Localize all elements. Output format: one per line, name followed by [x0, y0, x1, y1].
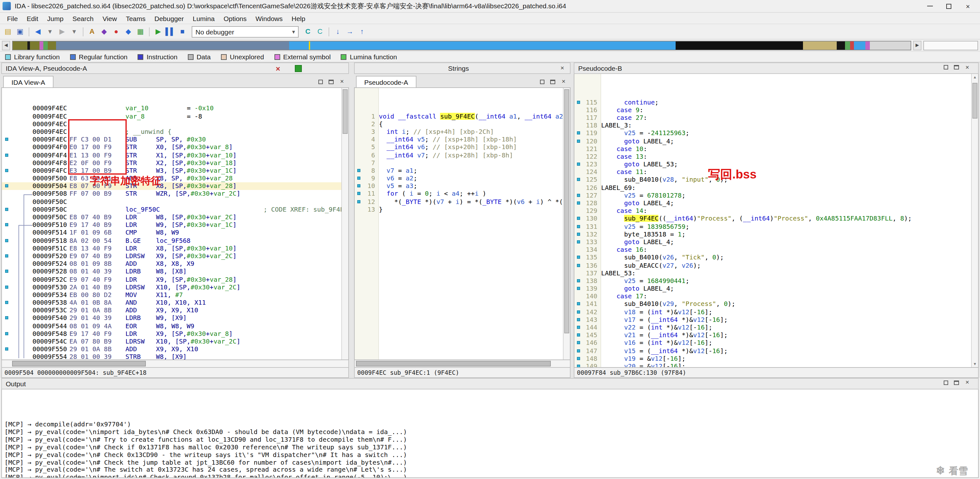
scrollbar-thumb[interactable]: [972, 83, 977, 118]
pseudocode-line[interactable]: 129 case 14:: [574, 207, 978, 215]
disasm-row[interactable]: 00009F50C: [2, 198, 348, 206]
dock-title-strings[interactable]: Strings ×: [354, 62, 571, 74]
pseudocode-line[interactable]: 136 sub_AEACC(v27, v26);: [574, 262, 978, 269]
pseudocode-b-vertical-scrollbar[interactable]: ▲ ▼: [971, 74, 978, 367]
dock-float-icon[interactable]: [327, 78, 335, 85]
pseudocode-line[interactable]: 131 v25 = 1839856759;: [574, 223, 978, 230]
breakpoint-icon[interactable]: ●: [111, 26, 122, 37]
pseudocode-line[interactable]: 145 v21 = (__int64 *)&v12[-16];: [574, 331, 978, 339]
disassembly-listing[interactable]: 00009F4ECvar_10 = -0x1000009F4ECvar_8 = …: [1, 88, 349, 360]
save-icon[interactable]: ▣: [14, 26, 25, 37]
scroll-up-icon[interactable]: ▲: [972, 74, 978, 80]
disasm-row[interactable]: 00009F500E8 63 00 91ADDX8, SP, #0x30+var…: [2, 175, 348, 182]
navband-scroll-left-icon[interactable]: ◀: [2, 40, 10, 50]
pseudocode-line[interactable]: 2{: [355, 120, 570, 128]
disasm-row[interactable]: 00009F4EC: [2, 120, 348, 128]
menu-item[interactable]: Lumina: [188, 14, 219, 22]
disasm-row[interactable]: 00009F5384A 01 0B 8AANDX10, X10, X11: [2, 299, 348, 307]
disasm-row[interactable]: 00009F548E9 17 40 F9LDRX9, [SP,#0x30+var…: [2, 330, 348, 338]
disasm-row[interactable]: 00009F50Cloc_9F50C ; CODE XREF: sub_9F4E…: [2, 206, 348, 214]
disasm-row[interactable]: 00009F534EB 00 80 D2MOVX11, #7: [2, 291, 348, 299]
pseudocode-line[interactable]: 119 v25 = -241125963;: [574, 130, 978, 137]
pseudocode-line[interactable]: 132 byte_183518 = 1;: [574, 231, 978, 238]
pseudocode-line[interactable]: 146 v16 = (int *)&v12[-16];: [574, 339, 978, 347]
disasm-row[interactable]: 00009F5188A 02 00 54B.GEloc_9F568: [2, 237, 348, 244]
disasm-row[interactable]: 00009F4EC; __unwind {: [2, 128, 348, 136]
disasm-row[interactable]: 00009F520E9 07 40 B9LDRSWX9, [SP,#0x30+v…: [2, 252, 348, 260]
pseudocode-line[interactable]: 121 case 10:: [574, 145, 978, 153]
disassembly-vertical-scrollbar[interactable]: [341, 88, 348, 359]
bookmark-icon[interactable]: ◆: [123, 26, 134, 37]
disasm-row[interactable]: 00009F53C29 01 0A 8BADDX9, X9, X10: [2, 307, 348, 315]
dock-close-icon[interactable]: ×: [558, 64, 566, 72]
pseudocode-line[interactable]: 140 case 17:: [574, 293, 978, 300]
scroll-down-icon[interactable]: ▼: [972, 361, 978, 367]
pseudocode-line[interactable]: 4 __int64 v5; // [xsp+18h] [xbp-18h]: [355, 136, 570, 144]
dock-close-icon[interactable]: ×: [963, 378, 971, 386]
pseudocode-line[interactable]: 115 continue;: [574, 99, 978, 106]
dock-float-icon[interactable]: [953, 378, 960, 386]
menu-item[interactable]: Jump: [43, 14, 68, 22]
menu-item[interactable]: File: [3, 14, 22, 22]
pseudocode-a-view[interactable]: 1void __fastcall sub_9F4EC(__int64 a1, _…: [354, 88, 571, 360]
dock-close-icon[interactable]: ×: [963, 64, 971, 71]
pseudocode-line[interactable]: 12 *(_BYTE *)(v7 + i) = *(_BYTE *)(v6 + …: [355, 198, 570, 206]
strings-window-icon[interactable]: A: [87, 26, 97, 37]
disasm-row[interactable]: 00009F4ECvar_8 = -8: [2, 112, 348, 120]
disasm-row[interactable]: 00009F52408 01 09 8BADDX8, X8, X9: [2, 260, 348, 268]
disasm-row[interactable]: 00009F4ECFF C3 00 D1SUBSP, SP, #0x30: [2, 136, 348, 144]
menu-item[interactable]: Teams: [121, 14, 150, 22]
debugger-options-icon[interactable]: C: [302, 26, 313, 37]
disasm-row[interactable]: 00009F55428 01 00 39STRBW8, [X9]: [2, 353, 348, 360]
pseudocode-line[interactable]: 149 v20 = &v12[-16];: [574, 362, 978, 367]
menu-item[interactable]: Help: [287, 14, 310, 22]
pseudocode-line[interactable]: 124 case 11:: [574, 169, 978, 176]
disasm-row[interactable]: 00009F50CE8 07 40 B9LDRW8, [SP,#0x30+var…: [2, 214, 348, 221]
pseudocode-line[interactable]: 135 sub_B4010(v26, "Tick", 0);: [574, 254, 978, 262]
pseudocode-line[interactable]: 134 case 16:: [574, 246, 978, 254]
output-log[interactable]: ❄ 看雪 [MCP] → decompile(addr='0x97704')[M…: [1, 389, 979, 478]
pseudocode-line[interactable]: 6 __int64 v7; // [xsp+28h] [xbp-8h]: [355, 152, 570, 159]
disasm-row[interactable]: 00009F4FCE3 17 00 B9STRW3, [SP,#0x30+var…: [2, 167, 348, 175]
pseudocode-line[interactable]: 13}: [355, 206, 570, 214]
disasm-row[interactable]: 00009F5141F 01 09 6BCMPW8, W9: [2, 229, 348, 237]
pseudocode-line[interactable]: 9 v6 = a2;: [355, 175, 570, 182]
navigation-band[interactable]: [12, 40, 911, 50]
scrollbar-thumb[interactable]: [343, 89, 348, 134]
pseudocode-line[interactable]: 11 for ( i = 0; i < a4; ++i ): [355, 190, 570, 198]
pause-process-icon[interactable]: ▌▌: [165, 26, 176, 37]
disasm-row[interactable]: 00009F54408 01 09 4AEORW8, W8, W9: [2, 322, 348, 330]
dock-restore-icon[interactable]: [538, 78, 546, 85]
step-over-icon[interactable]: →: [345, 26, 355, 37]
pseudocode-line[interactable]: 144 v22 = (int *)&v12[-16];: [574, 324, 978, 331]
menu-item[interactable]: Options: [219, 14, 251, 22]
close-button[interactable]: ×: [958, 0, 977, 12]
minimize-button[interactable]: [920, 0, 939, 12]
disasm-row[interactable]: 00009F54029 01 40 39LDRBW9, [X9]: [2, 315, 348, 322]
dock-title-output[interactable]: Output ×: [1, 378, 979, 389]
disasm-row[interactable]: 00009F51CE8 13 40 F9LDRX8, [SP,#0x30+var…: [2, 245, 348, 252]
navband-zoom-slider[interactable]: [923, 40, 978, 50]
disasm-row[interactable]: 00009F504E8 07 00 F9STRX8, [SP,#0x30+var…: [2, 183, 348, 190]
run-until-return-icon[interactable]: ↑: [356, 26, 368, 37]
navigate-back-icon[interactable]: ◀: [32, 26, 43, 37]
menu-item[interactable]: Search: [68, 14, 98, 22]
pseudocode-line[interactable]: 147 v15 = (__int64 *)&v12[-16];: [574, 347, 978, 355]
pseudocode-line[interactable]: 142 v18 = (int *)&v12[-16];: [574, 308, 978, 316]
pseudocode-line[interactable]: 127 v25 = 678101278;: [574, 192, 978, 200]
pseudocode-line[interactable]: 120 goto LABEL_4;: [574, 137, 978, 145]
pseudocode-line[interactable]: 130 sub_9F4EC((__int64)"Process", (__int…: [574, 215, 978, 223]
pseudocode-line[interactable]: 116 case 9:: [574, 107, 978, 114]
pseudocode-line[interactable]: 125 sub_B4010(v28, "input", 0);: [574, 176, 978, 184]
dock-close-icon[interactable]: ×: [338, 78, 346, 85]
pseudocode-line[interactable]: 7: [355, 159, 570, 167]
pseudocode-line[interactable]: 10 v5 = a3;: [355, 183, 570, 190]
pseudocode-line[interactable]: 3 int i; // [xsp+4h] [xbp-2Ch]: [355, 128, 570, 136]
dock-restore-icon[interactable]: [317, 78, 324, 85]
pseudocode-line[interactable]: 122 case 13:: [574, 153, 978, 161]
start-process-icon[interactable]: ▶: [153, 26, 164, 37]
dock-title-pseudocode-b[interactable]: Pseudocode-B ×: [574, 62, 979, 74]
disasm-row[interactable]: 00009F510E9 17 40 B9LDRW9, [SP,#0x30+var…: [2, 221, 348, 229]
pseudocode-a-vertical-scrollbar[interactable]: [563, 88, 570, 359]
dock-restore-icon[interactable]: [942, 378, 950, 386]
